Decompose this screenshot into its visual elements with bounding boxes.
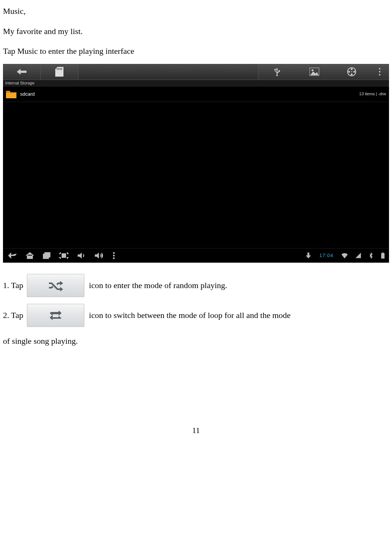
- image-icon: [309, 68, 319, 76]
- instruction-2: 2. Tap icon to switch between the mode o…: [3, 304, 389, 327]
- sd-card-icon: [55, 67, 63, 77]
- usb-icon: [273, 67, 281, 76]
- back-arrow-icon: [15, 68, 28, 75]
- image-button[interactable]: [296, 64, 333, 80]
- svg-rect-16: [62, 254, 66, 257]
- inst1-suffix: icon to enter the mode of random playing…: [89, 278, 227, 293]
- inst2-suffix: icon to switch between the mode of loop …: [89, 308, 290, 323]
- nav-back-icon[interactable]: [7, 252, 17, 259]
- film-reel-icon: [347, 67, 357, 77]
- text-line-favorite: My favorite and my list.: [3, 24, 389, 39]
- svg-rect-3: [61, 68, 62, 70]
- shuffle-icon-chip: [27, 274, 84, 297]
- status-bluetooth-icon: [369, 253, 373, 259]
- svg-rect-21: [382, 253, 383, 253]
- svg-point-9: [351, 73, 353, 75]
- location-text: Internal Storage: [5, 80, 34, 87]
- empty-area: [3, 102, 389, 248]
- nav-bar: 17:04: [3, 248, 389, 263]
- svg-point-17: [113, 252, 115, 254]
- folder-icon: [6, 90, 16, 98]
- nav-vol-up-icon[interactable]: [94, 252, 105, 259]
- svg-point-11: [351, 71, 352, 72]
- app-toolbar: [3, 64, 389, 80]
- loop-icon: [47, 309, 64, 322]
- back-button[interactable]: [3, 64, 41, 80]
- nav-vol-down-icon[interactable]: [77, 252, 86, 259]
- android-screenshot: Internal Storage sdcard 13 items | -drw: [3, 64, 389, 263]
- svg-point-19: [113, 257, 115, 259]
- folder-meta: 13 items | -drw: [359, 90, 386, 98]
- status-download-icon: [306, 253, 311, 259]
- svg-point-5: [312, 69, 314, 71]
- svg-point-8: [354, 71, 355, 72]
- svg-rect-0: [57, 68, 57, 70]
- svg-rect-2: [60, 68, 60, 70]
- svg-point-12: [379, 68, 380, 69]
- usb-button[interactable]: [258, 64, 296, 80]
- film-button[interactable]: [333, 64, 370, 80]
- svg-point-14: [379, 74, 380, 75]
- instruction-1: 1. Tap icon to enter the mode of random …: [3, 274, 389, 297]
- svg-point-18: [113, 255, 115, 256]
- inst2-line2: of single song playing.: [3, 334, 389, 349]
- folder-name: sdcard: [20, 90, 35, 98]
- menu-button[interactable]: [370, 64, 389, 80]
- status-battery-icon: [381, 253, 385, 259]
- nav-more-icon[interactable]: [113, 252, 115, 259]
- status-signal-icon: [356, 253, 361, 258]
- menu-dots-icon: [379, 68, 381, 76]
- svg-rect-20: [381, 253, 385, 259]
- text-line-music: Music,: [3, 4, 389, 19]
- nav-recent-icon[interactable]: [43, 252, 51, 259]
- location-bar: Internal Storage: [3, 80, 389, 87]
- status-clock: 17:04: [319, 251, 333, 260]
- page-number: 11: [3, 423, 389, 438]
- status-wifi-icon: [342, 253, 348, 258]
- svg-point-10: [348, 71, 350, 72]
- svg-rect-1: [58, 68, 59, 70]
- svg-point-7: [351, 68, 353, 70]
- shuffle-icon: [47, 279, 64, 292]
- nav-screenshot-icon[interactable]: [59, 251, 69, 260]
- nav-home-icon[interactable]: [25, 252, 34, 259]
- sd-card-button[interactable]: [41, 64, 78, 80]
- text-line-tap-music: Tap Music to enter the playing interface: [3, 44, 389, 59]
- inst1-prefix: 1. Tap: [3, 278, 23, 293]
- loop-icon-chip: [27, 304, 84, 327]
- svg-point-13: [379, 71, 380, 72]
- inst2-prefix: 2. Tap: [3, 308, 23, 323]
- folder-row[interactable]: sdcard 13 items | -drw: [3, 87, 389, 102]
